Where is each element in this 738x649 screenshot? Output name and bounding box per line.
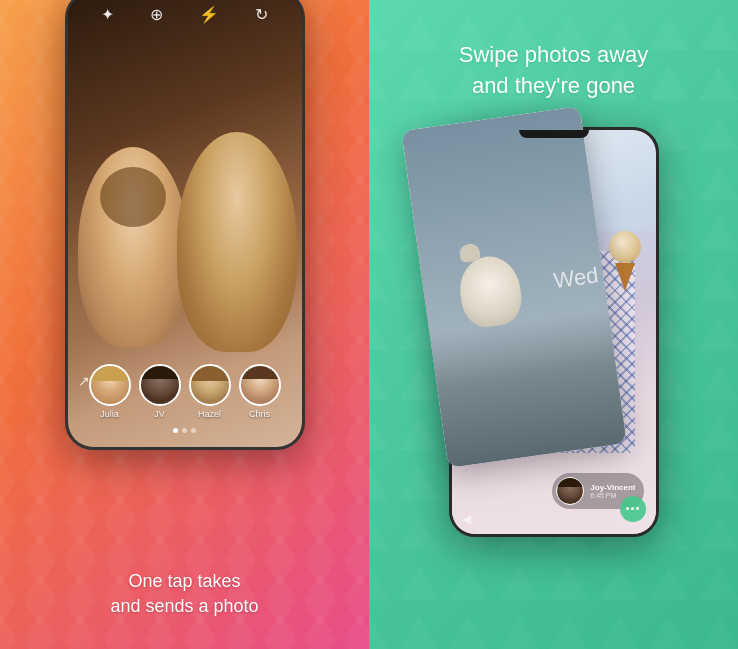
flash-icon[interactable]: ⚡ [199, 5, 219, 24]
nav-arrow: ◀ [462, 512, 471, 526]
avatar-chris [239, 364, 281, 406]
rotate-camera-icon[interactable]: ↻ [255, 5, 268, 24]
right-tagline: Swipe photos away and they're gone [459, 40, 649, 102]
contact-hazel[interactable]: Hazel [189, 364, 231, 419]
right-phone: Wed [444, 122, 664, 542]
camera-top-bar: ✦ ⊕ ⚡ ↻ [68, 5, 302, 24]
contact-jv[interactable]: JV [139, 364, 181, 419]
face-left [78, 147, 188, 347]
more-dots-icon [620, 496, 646, 522]
left-tagline: One tap takes and sends a photo [0, 569, 369, 619]
dot-icon-2 [631, 507, 634, 510]
avatar-julia [89, 364, 131, 406]
user-bubble-name: Joy-Vincent [590, 483, 635, 492]
avatar-jv [139, 364, 181, 406]
face-right [177, 132, 297, 352]
phone-notch [519, 130, 589, 138]
user-bubble-avatar [556, 477, 584, 505]
left-tagline-line2: and sends a photo [0, 594, 369, 619]
dot-icon-1 [626, 507, 629, 510]
right-tagline-line2: and they're gone [459, 71, 649, 102]
left-tagline-line1: One tap takes [0, 569, 369, 594]
left-panel: ✦ ⊕ ⚡ ↻ ↗ Julia JV [0, 0, 369, 649]
dot-1 [173, 428, 178, 433]
dot-icon-3 [636, 507, 639, 510]
right-panel: Swipe photos away and they're gone Wed [369, 0, 738, 649]
dot-2 [182, 428, 187, 433]
photo-day-text: Wed [551, 262, 599, 294]
phone-screen-left: ✦ ⊕ ⚡ ↻ ↗ Julia JV [68, 0, 302, 447]
more-options-button[interactable] [620, 496, 646, 522]
right-tagline-line1: Swipe photos away [459, 40, 649, 71]
contact-name-julia: Julia [100, 409, 119, 419]
settings-icon[interactable]: ✦ [101, 5, 114, 24]
contact-chris[interactable]: Chris [239, 364, 281, 419]
contact-julia[interactable]: Julia [89, 364, 131, 419]
text-icon[interactable]: ⊕ [150, 5, 163, 24]
contacts-row: Julia JV Hazel Chris [68, 364, 302, 419]
contact-name-hazel: Hazel [198, 409, 221, 419]
phone-shell-left: ✦ ⊕ ⚡ ↻ ↗ Julia JV [65, 0, 305, 450]
page-dots [68, 428, 302, 433]
contact-name-jv: JV [154, 409, 165, 419]
dot-3 [191, 428, 196, 433]
avatar-hazel [189, 364, 231, 406]
contact-name-chris: Chris [249, 409, 270, 419]
left-phone: ✦ ⊕ ⚡ ↻ ↗ Julia JV [65, 0, 305, 450]
